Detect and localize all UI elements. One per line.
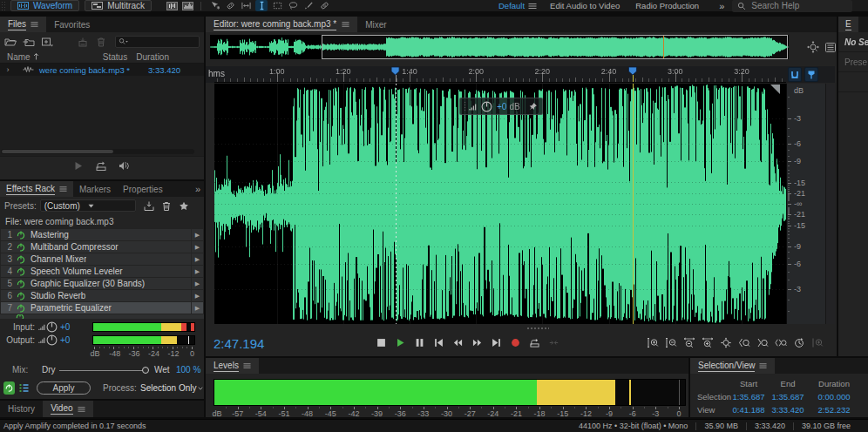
effect-arrow-icon[interactable]: ▶	[191, 266, 203, 277]
effect-power-icon[interactable]	[17, 292, 25, 300]
mix-slider-handle[interactable]	[142, 367, 149, 374]
effect-power-icon[interactable]	[17, 255, 25, 264]
expand-chevron-icon[interactable]: ›	[3, 65, 12, 74]
essential-row-2[interactable]: Prese	[838, 52, 868, 72]
zoom-timer-icon[interactable]	[790, 334, 808, 350]
waveform-view-icon[interactable]	[166, 0, 178, 11]
panel-menu-icon[interactable]	[31, 21, 38, 28]
essential-row-1[interactable]: No Se	[838, 32, 868, 52]
column-status[interactable]: Status	[103, 52, 127, 62]
tab-markers[interactable]: Markers	[73, 181, 117, 197]
effect-power-icon[interactable]	[17, 243, 25, 252]
waveform-display[interactable]: +0 dB	[214, 84, 786, 324]
zoom-navigate-icon[interactable]	[807, 41, 820, 54]
mix-slider-track[interactable]	[59, 370, 146, 371]
time-selection-tool-icon[interactable]	[255, 0, 268, 11]
effect-arrow-icon[interactable]: ▶	[191, 241, 203, 253]
view-end[interactable]: 3:33.420	[769, 405, 807, 415]
zoom-out-vertical-icon[interactable]	[661, 334, 680, 350]
channel-corner-icon[interactable]	[770, 84, 780, 94]
effect-slot-2[interactable]: 2Multiband Compressor▶	[1, 241, 203, 253]
favorite-star-icon[interactable]	[179, 201, 189, 211]
zoom-out-horizontal-icon[interactable]	[680, 334, 698, 350]
zoom-out-point-icon[interactable]	[753, 334, 771, 350]
files-search-field[interactable]	[115, 36, 200, 48]
tab-video[interactable]: Video	[43, 401, 92, 417]
import-file-icon[interactable]	[23, 37, 35, 47]
panel-menu-icon[interactable]	[243, 362, 251, 369]
zoom-in-vertical-icon[interactable]	[643, 334, 661, 350]
rewind-icon[interactable]	[448, 334, 467, 350]
view-duration[interactable]: 2:52.232	[807, 405, 861, 415]
scrollbar-thumb[interactable]	[2, 150, 113, 153]
preset-dropdown[interactable]: (Custom)	[40, 199, 136, 212]
effect-arrow-icon[interactable]: ▶	[191, 229, 203, 240]
overview-menu-icon[interactable]	[825, 43, 836, 52]
divider-grip-row[interactable]	[206, 324, 835, 331]
files-horizontal-scrollbar[interactable]	[1, 149, 194, 154]
spectral-view-icon[interactable]	[181, 0, 193, 11]
effect-arrow-icon[interactable]: ▶	[191, 290, 203, 301]
column-duration[interactable]: Duration	[136, 52, 169, 62]
selection-end[interactable]: 1:35.687	[769, 392, 807, 402]
record-icon[interactable]	[505, 334, 525, 350]
fast-forward-icon[interactable]	[467, 334, 486, 350]
preview-play-icon[interactable]	[73, 161, 84, 171]
move-tool-icon[interactable]	[208, 0, 220, 11]
view-start[interactable]: 0:41.188	[729, 405, 769, 415]
play-icon[interactable]	[390, 334, 410, 350]
open-file-icon[interactable]	[4, 37, 17, 47]
volume-hud[interactable]: +0 dB	[459, 98, 543, 115]
hud-pin-icon[interactable]	[529, 102, 538, 111]
tab-selection-view[interactable]: Selection/View	[690, 358, 775, 374]
effect-slot-6[interactable]: 6Studio Reverb▶	[1, 290, 203, 302]
paintbrush-tool-icon[interactable]	[302, 0, 315, 11]
zoom-in-horizontal-icon[interactable]	[698, 334, 716, 350]
marquee-tool-icon[interactable]	[271, 0, 283, 11]
input-gain-knob[interactable]	[46, 321, 58, 333]
tab-properties[interactable]: Properties	[117, 181, 169, 197]
delete-preset-icon[interactable]	[162, 201, 171, 211]
save-preset-icon[interactable]	[144, 201, 154, 211]
waveform-overview[interactable]	[210, 35, 789, 59]
workspace-menu-icon[interactable]	[528, 3, 537, 10]
effect-slot-4[interactable]: 4Speech Volume Leveler▶	[1, 266, 203, 278]
effect-slot-5[interactable]: 5Graphic Equalizer (30 Bands)▶	[1, 278, 203, 290]
hud-grip[interactable]	[464, 101, 466, 111]
effect-slot-1[interactable]: 1Mastering▶	[1, 229, 203, 241]
razor-tool-icon[interactable]	[224, 0, 236, 11]
apply-button[interactable]: Apply	[37, 381, 91, 395]
effect-power-icon[interactable]	[17, 267, 25, 276]
tab-files[interactable]: Files	[0, 17, 46, 32]
zoom-selection-icon[interactable]	[771, 334, 790, 350]
snap-toggle-button[interactable]	[788, 67, 802, 82]
multitrack-mode-button[interactable]: Multitrack	[85, 0, 152, 11]
effect-power-icon[interactable]	[17, 304, 25, 313]
loop-playback-icon[interactable]	[525, 334, 544, 350]
skip-start-icon[interactable]	[429, 334, 448, 350]
hud-gain-knob[interactable]	[481, 101, 492, 112]
zoom-in-point-icon[interactable]	[735, 334, 753, 350]
effect-power-icon[interactable]	[17, 280, 25, 288]
zoom-disabled-icon[interactable]	[808, 334, 826, 350]
process-dropdown[interactable]: Selection Only	[140, 381, 205, 395]
effect-slot-7[interactable]: 7Parametric Equalizer▶	[1, 302, 203, 314]
slip-tool-icon[interactable]	[240, 0, 252, 11]
panel-menu-icon[interactable]	[59, 186, 67, 192]
effect-arrow-icon[interactable]: ▶	[191, 302, 203, 314]
tab-levels[interactable]: Levels	[206, 358, 259, 374]
amplitude-scale[interactable]: dB-3-3-6-6-9-9-15-15-21-21-∞	[786, 84, 825, 324]
new-file-icon[interactable]	[41, 37, 53, 47]
spot-healing-tool-icon[interactable]	[318, 0, 330, 11]
selection-start[interactable]: 1:35.687	[729, 392, 769, 402]
search-help-box[interactable]: Search Help	[732, 0, 852, 12]
ruler-canvas[interactable]	[214, 66, 786, 83]
panel-overflow-chevrons[interactable]: »	[195, 181, 204, 197]
waveform-mode-button[interactable]: Waveform	[10, 0, 79, 11]
tab-essential-sound[interactable]: E	[838, 17, 858, 32]
insert-multitrack-icon[interactable]	[78, 37, 91, 47]
loop-playback-icon[interactable]	[96, 161, 106, 171]
stop-icon[interactable]	[371, 334, 390, 350]
current-time-display[interactable]: 2:47.194	[214, 336, 264, 351]
panel-menu-icon[interactable]	[78, 406, 85, 413]
